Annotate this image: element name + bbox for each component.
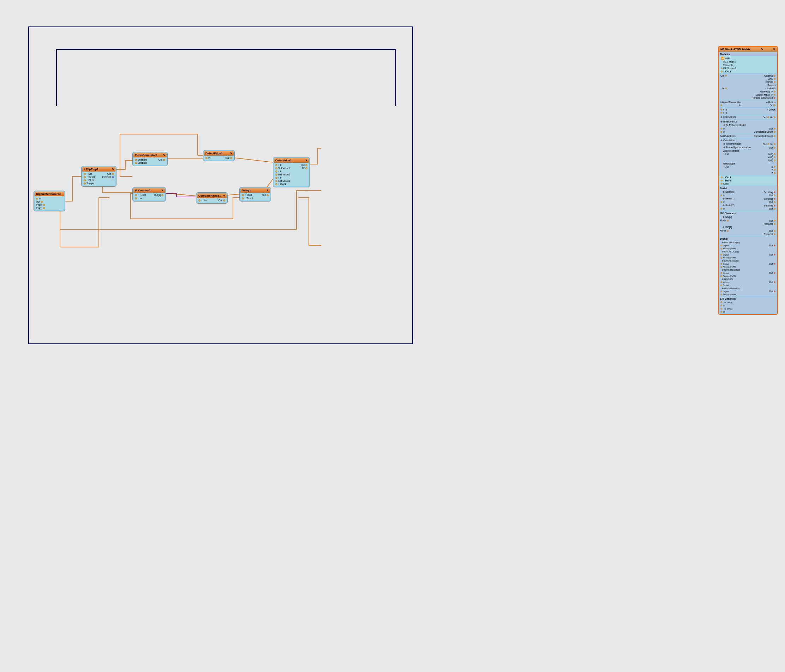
ff-out-dot[interactable] (112, 173, 114, 175)
cv-in3-dot[interactable] (275, 177, 277, 179)
m5stack-close-icon[interactable]: ✕ (773, 48, 776, 51)
counter-out-dot[interactable] (161, 194, 163, 196)
cv-sv2-dot[interactable] (275, 173, 277, 176)
out-dot-wifi[interactable] (725, 75, 727, 77)
reset2-dot[interactable] (721, 180, 722, 181)
serial2-in-dot[interactable] (721, 208, 722, 209)
gpio23-out-dot[interactable] (774, 272, 776, 274)
cv-in2-dot[interactable] (275, 170, 277, 173)
cv-clock-dot[interactable] (275, 183, 277, 185)
gpio19-analog-dot[interactable] (721, 248, 722, 250)
digital-multi-source-node[interactable]: DigitalMultiSource In Out Pin[0] (34, 191, 65, 211)
ff-toggle-dot[interactable] (84, 183, 86, 184)
button-out-dot[interactable] (774, 105, 776, 106)
pulse-generator-node[interactable]: PulseGenerator1 ✎ Enabled Out Enabled (132, 152, 168, 166)
m5stack-edit-icon[interactable]: ✎ (761, 48, 763, 51)
cv-sv3-dot[interactable] (275, 180, 277, 182)
gpio22-out-dot[interactable] (774, 263, 776, 265)
cr-in-dot[interactable] (199, 199, 200, 202)
de-out-dot[interactable] (230, 157, 232, 159)
i2c1-request-dot[interactable] (774, 233, 776, 235)
i2c0-in-dot[interactable] (727, 220, 729, 222)
cr-out-dot[interactable] (223, 199, 225, 202)
delay-node[interactable]: Delay1 ✎ ↑ Start Out ↑ Reset (239, 187, 271, 202)
ble-conn-count-dot[interactable] (774, 131, 776, 133)
gpio22-analog-dot[interactable] (721, 266, 722, 268)
de-edit-icon[interactable]: ✎ (230, 152, 232, 155)
clock-in2-dot[interactable] (721, 112, 722, 114)
port-in-dot[interactable] (36, 198, 38, 200)
ble-out-dot[interactable] (774, 128, 776, 130)
bssid-dot[interactable] (774, 81, 776, 83)
port-pin0-dot[interactable] (43, 204, 45, 206)
gpio23-digital-dot[interactable] (721, 272, 722, 274)
in-dot-wifi[interactable] (725, 88, 727, 89)
serial0-out-dot[interactable] (774, 194, 776, 196)
pg-edit-icon[interactable]: ✎ (163, 154, 165, 157)
hall-no-dot[interactable] (774, 116, 776, 118)
port-out-dot[interactable] (41, 201, 43, 203)
serial2-out-dot[interactable] (774, 208, 776, 209)
serial1-sending-dot[interactable] (774, 198, 776, 200)
flipflop-edit-icon[interactable]: ✎ (112, 168, 114, 171)
de-in-dot[interactable] (205, 157, 208, 159)
flipflop-node[interactable]: ↕ FlipFlop1 ✎ ↑ Set Out ↑ Reset (81, 166, 116, 187)
i2c1-in-dot[interactable] (727, 230, 729, 232)
remote-connected-dot[interactable] (774, 97, 776, 99)
gpio33-digital-dot[interactable] (721, 291, 722, 292)
hall-out-dot[interactable] (767, 116, 769, 118)
ff-reset-dot[interactable] (84, 176, 86, 178)
compare-range-node[interactable]: CompareRange1 ✎ ↑↓ In Out (196, 192, 228, 204)
serial0-sending-dot[interactable] (774, 191, 776, 193)
cv-in1-dot[interactable] (275, 164, 277, 166)
accel-y-dot[interactable] (774, 156, 776, 158)
gateway-dot[interactable] (774, 91, 776, 92)
detect-edge-node[interactable]: DetectEdge1 ✎ In Out (203, 150, 235, 161)
subnet-dot[interactable] (774, 94, 776, 95)
i2c1-out-dot[interactable] (774, 230, 776, 232)
delay-start-dot[interactable] (242, 194, 244, 196)
color-dot[interactable] (721, 183, 722, 184)
color-value-node[interactable]: ColorValue1 ✎ ↑ In Out Set Value1 (273, 157, 310, 188)
serial0-in-dot[interactable] (721, 194, 722, 196)
serial1-in-dot[interactable] (721, 201, 722, 203)
ir-in-dot[interactable] (721, 105, 722, 106)
gpio21-digital-dot[interactable] (721, 254, 722, 256)
gpio19-digital-dot[interactable] (721, 245, 722, 246)
mac-dot[interactable] (774, 78, 776, 80)
gpio33-out-dot[interactable] (774, 291, 776, 292)
clock2-dot[interactable] (721, 177, 722, 178)
gyro-x-dot[interactable] (774, 166, 776, 168)
frame-out-dot[interactable] (774, 147, 776, 148)
port-pin1-dot[interactable] (43, 207, 45, 209)
gpio21-out-dot[interactable] (774, 254, 776, 256)
pg-enabled-dot[interactable] (135, 159, 137, 161)
spi1-in-dot[interactable] (721, 311, 722, 313)
i2c0-out-dot[interactable] (774, 220, 776, 222)
gpio33-analog-dot[interactable] (721, 294, 722, 295)
gpio22-digital-dot[interactable] (721, 263, 722, 265)
cv-sv1-dot[interactable] (275, 167, 277, 169)
ble-in1-dot[interactable] (721, 128, 722, 130)
i2c0-request-dot[interactable] (774, 223, 776, 225)
therm-no-dot[interactable] (774, 143, 776, 145)
gpio25-digital-dot[interactable] (721, 284, 722, 286)
spi0-in-dot[interactable] (721, 305, 722, 306)
gpio23-analog-dot[interactable] (721, 275, 722, 277)
therm-out-dot[interactable] (767, 143, 769, 145)
delay-reset-dot[interactable] (242, 197, 244, 199)
fill-screen-dot[interactable] (721, 67, 722, 69)
cv-out-dot[interactable] (305, 164, 307, 166)
counter-in-dot[interactable] (135, 197, 137, 199)
pg-enabled2-dot[interactable] (135, 162, 137, 164)
counter-edit-icon[interactable]: ✎ (161, 189, 163, 192)
gyro-y-dot[interactable] (774, 169, 776, 171)
gyro-z-dot[interactable] (774, 172, 776, 174)
m5-clock-dot[interactable] (721, 70, 722, 72)
gpio21-analog-dot[interactable] (721, 257, 722, 259)
delay-out-dot[interactable] (266, 194, 269, 196)
gpio25-analog-dot[interactable] (721, 281, 722, 283)
pg-out-dot[interactable] (163, 159, 165, 161)
cv-22-dot[interactable] (305, 167, 307, 169)
ble-in2-dot[interactable] (721, 131, 722, 133)
